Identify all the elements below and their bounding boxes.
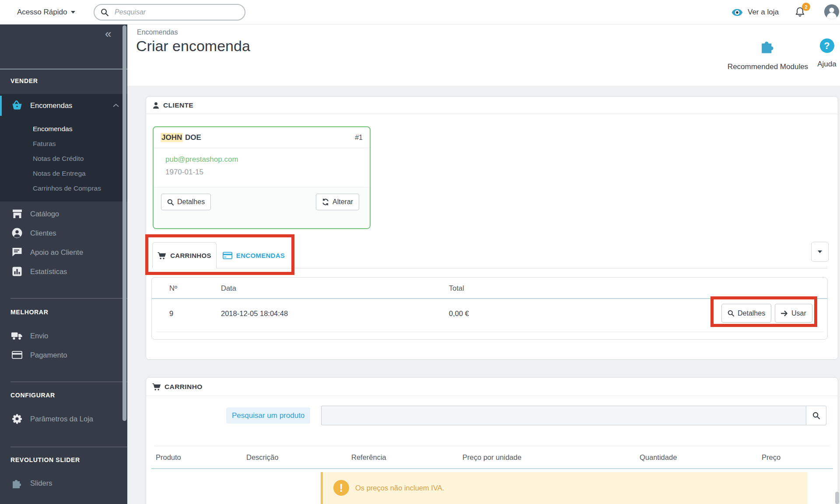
search-product-link[interactable]: Pesquisar um produto: [226, 407, 310, 424]
sidebar-item-encomendas[interactable]: Encomendas: [0, 96, 127, 115]
cart-number: 9: [169, 309, 173, 318]
col-number: Nº: [169, 284, 177, 292]
sidebar-item-label: Encomendas: [30, 101, 72, 110]
chevron-up-icon[interactable]: [113, 96, 119, 115]
view-shop-link[interactable]: Ver a loja: [732, 0, 779, 24]
carts-table-header: Nº Data Total: [152, 278, 827, 299]
sidebar-item-pagamento[interactable]: Pagamento: [0, 345, 127, 365]
puzzle-icon: [760, 38, 776, 53]
prestashop-admin: Acesso Rápido Ver a loja 2 «: [0, 0, 840, 504]
sidebar-item-label: Sliders: [30, 479, 52, 487]
quick-access-label: Acesso Rápido: [17, 8, 67, 17]
customer-first-name: JOHN: [161, 133, 183, 142]
search-icon: [101, 8, 108, 16]
cart-panel-header: CARRINHO: [146, 378, 838, 396]
sidebar-subitem-notas-credito[interactable]: Notas de Crédito: [33, 152, 84, 165]
caret-down-icon: [71, 11, 75, 14]
view-shop-label: Ver a loja: [748, 8, 779, 17]
customer-panel-title: CLIENTE: [163, 101, 193, 109]
customer-details-button[interactable]: Detalhes: [161, 194, 211, 210]
help-button[interactable]: ? Ajuda: [814, 38, 840, 69]
sidebar-item-apoio[interactable]: Apoio ao Cliente: [0, 243, 127, 262]
customer-number: #1: [355, 134, 363, 142]
sidebar-section-configurar: CONFIGURAR: [10, 392, 55, 399]
sidebar-divider: [10, 298, 127, 299]
truck-icon: [11, 331, 23, 340]
page-title: Criar encomenda: [136, 38, 250, 55]
user-avatar[interactable]: [824, 4, 839, 19]
tabbar-border: [217, 268, 827, 268]
col-quantity: Quantidade: [640, 453, 677, 462]
col-product: Produto: [156, 453, 181, 462]
product-search-group: [321, 406, 826, 425]
sidebar-item-parametros[interactable]: Parâmetros da Loja: [0, 409, 127, 428]
sidebar-subitem-carrinhos[interactable]: Carrinhos de Compras: [33, 182, 101, 195]
sidebar-subitem-faturas[interactable]: Faturas: [33, 137, 56, 150]
breadcrumb[interactable]: Encomendas: [137, 28, 178, 36]
search-icon: [167, 199, 174, 205]
help-icon: ?: [820, 38, 834, 53]
row-divider: [157, 332, 823, 332]
sidebar-section-vender: VENDER: [10, 77, 38, 84]
warning-text: Os preços não incluem IVA.: [355, 484, 444, 492]
sidebar-item-catalogo[interactable]: Catálogo: [0, 204, 127, 223]
sidebar-subitem-notas-entrega[interactable]: Notas de Entrega: [33, 167, 86, 180]
person-circle-icon: [11, 228, 23, 238]
sidebar-divider: [10, 382, 127, 382]
search-icon: [812, 412, 820, 419]
sidebar-item-label: Parâmetros da Loja: [30, 415, 93, 423]
puzzle-icon: [11, 478, 23, 488]
sidebar-item-label: Catálogo: [30, 210, 59, 218]
recommended-modules-label: Recommended Modules: [709, 63, 827, 71]
caret-down-icon: [818, 250, 822, 253]
panel-options-dropdown[interactable]: [811, 242, 829, 262]
sidebar-scrollbar[interactable]: [122, 25, 126, 421]
global-search[interactable]: [94, 4, 245, 21]
customer-card-footer: Detalhes Alterar: [154, 187, 370, 229]
refresh-icon: [322, 198, 329, 205]
customer-change-button[interactable]: Alterar: [316, 194, 359, 210]
notifications-button[interactable]: 2: [795, 7, 808, 20]
sidebar-item-label: Envio: [30, 332, 48, 340]
customer-details-label: Detalhes: [177, 198, 205, 206]
customer-name: JOHN DOE: [161, 133, 201, 142]
bar-chart-icon: [11, 267, 23, 276]
customer-birthdate: 1970-01-15: [165, 168, 203, 177]
col-price: Preço: [762, 453, 780, 462]
customer-last-name: DOE: [185, 133, 201, 142]
warning-icon: !: [333, 480, 349, 496]
annotation-box-tabs: [145, 234, 294, 275]
product-search-input[interactable]: [321, 406, 806, 425]
sidebar-item-clientes[interactable]: Clientes: [0, 223, 127, 243]
customer-panel-header: CLIENTE: [146, 97, 838, 114]
notification-badge: 2: [802, 3, 810, 11]
eye-icon: [732, 9, 743, 16]
quick-access-dropdown[interactable]: Acesso Rápido: [17, 0, 75, 24]
customer-email-link[interactable]: pub@prestashop.com: [165, 155, 238, 164]
chat-icon: [11, 247, 23, 257]
sidebar-item-label: Apoio ao Cliente: [30, 248, 83, 257]
global-search-input[interactable]: [114, 8, 223, 17]
cart-date: 2018-12-05 18:04:48: [221, 309, 288, 318]
recommended-modules-button[interactable]: Recommended Modules: [709, 38, 827, 71]
table-header-border: [151, 468, 833, 469]
cart-icon: [152, 383, 161, 391]
product-search-button[interactable]: [806, 406, 826, 425]
sidebar-collapse-icon[interactable]: «: [105, 28, 111, 39]
col-date: Data: [221, 284, 236, 292]
sidebar-item-label: Pagamento: [30, 351, 67, 359]
sidebar-item-estatisticas[interactable]: Estatísticas: [0, 262, 127, 281]
section-divider: [155, 446, 830, 446]
cart-total: 0,00 €: [449, 309, 469, 318]
col-total: Total: [449, 284, 464, 292]
sidebar-divider: [10, 447, 127, 447]
sidebar-subitem-encomendas[interactable]: Encomendas: [33, 122, 72, 136]
col-unit-price: Preço por unidade: [462, 453, 522, 462]
sidebar-divider: [0, 69, 127, 70]
customer-card: JOHN DOE #1 pub@prestashop.com 1970-01-1…: [153, 126, 371, 229]
sidebar-item-envio[interactable]: Envio: [0, 326, 127, 345]
sidebar-item-label: Clientes: [30, 229, 56, 237]
annotation-box-row-actions: [710, 296, 817, 327]
page-scrollbar[interactable]: [835, 492, 839, 504]
sidebar-item-sliders[interactable]: Sliders: [0, 473, 127, 493]
